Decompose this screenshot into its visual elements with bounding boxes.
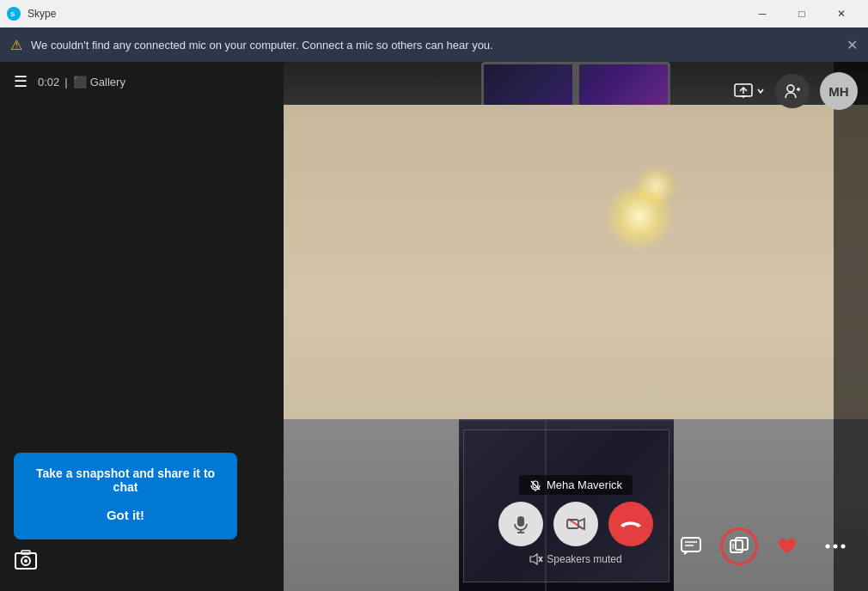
microphone-button[interactable]	[498, 502, 543, 546]
end-call-icon	[620, 518, 642, 530]
caller-name: Meha Maverick	[547, 478, 622, 491]
svg-point-10	[787, 85, 794, 92]
call-buttons	[498, 502, 653, 546]
mic-muted-icon	[529, 479, 541, 491]
camera-snapshot-icon	[14, 548, 38, 572]
warning-close-button[interactable]: ✕	[847, 37, 858, 53]
svg-marker-21	[530, 554, 537, 564]
svg-text:S: S	[10, 10, 15, 18]
title-bar: S Skype ─ □ ✕	[0, 0, 868, 27]
app-title: Skype	[28, 8, 56, 20]
speakers-muted: Speakers muted	[529, 553, 621, 565]
screen-share-icon	[734, 83, 753, 99]
gallery-icon: ⬛	[73, 76, 87, 88]
timer-value: 0:02	[38, 76, 59, 88]
video-off-icon	[566, 517, 585, 531]
svg-rect-24	[682, 538, 700, 551]
svg-point-5	[24, 559, 28, 563]
svg-rect-16	[517, 516, 524, 527]
more-options-button[interactable]	[816, 527, 854, 565]
caller-name-tag: Meha Maverick	[519, 475, 633, 495]
top-right-controls: MH	[734, 72, 858, 110]
add-person-icon	[784, 82, 801, 100]
timer-separator: |	[64, 76, 67, 88]
snapshot-tooltip-text: Take a snapshot and share it to chat	[28, 466, 223, 494]
svg-rect-27	[730, 540, 743, 552]
warning-bar: ⚠ We couldn't find any connected mic on …	[0, 27, 868, 62]
end-call-button[interactable]	[608, 502, 653, 546]
maximize-button[interactable]: □	[782, 0, 822, 27]
right-side-controls	[672, 527, 854, 565]
svg-point-30	[826, 545, 830, 549]
window-controls: ─ □ ✕	[743, 0, 861, 27]
snapshot-share-icon	[730, 537, 749, 556]
got-it-button[interactable]: Got it!	[28, 504, 223, 526]
menu-button[interactable]: ☰	[14, 72, 28, 91]
video-area: MH Meha Maverick	[284, 62, 868, 591]
chat-button[interactable]	[672, 527, 710, 565]
user-avatar-button[interactable]: MH	[820, 72, 858, 110]
call-timer: 0:02 | ⬛ Gallery	[38, 76, 125, 88]
svg-point-31	[834, 545, 838, 549]
microphone-icon	[511, 515, 530, 533]
speakers-muted-text: Speakers muted	[547, 553, 621, 565]
panel-header: ☰ 0:02 | ⬛ Gallery	[0, 62, 284, 101]
add-person-button[interactable]	[775, 74, 810, 108]
snapshot-button[interactable]	[14, 548, 38, 577]
svg-point-32	[841, 545, 846, 549]
chat-icon	[681, 537, 701, 556]
screen-share-button[interactable]	[734, 83, 765, 99]
gallery-label: Gallery	[90, 76, 125, 88]
left-panel: ☰ 0:02 | ⬛ Gallery Take a snapshot and s…	[0, 62, 284, 591]
call-controls: Meha Maverick	[498, 475, 653, 565]
minimize-button[interactable]: ─	[743, 0, 782, 27]
close-button[interactable]: ✕	[822, 0, 861, 27]
snapshot-icon-area	[14, 548, 38, 577]
dropdown-chevron-icon	[756, 87, 765, 95]
more-options-icon	[825, 543, 846, 550]
gallery-button[interactable]: ⬛ Gallery	[73, 76, 125, 88]
warning-message: We couldn't find any connected mic on yo…	[31, 39, 838, 52]
react-button[interactable]	[768, 527, 806, 565]
video-button[interactable]	[553, 502, 598, 546]
svg-rect-28	[736, 538, 748, 550]
title-bar-left: S Skype	[7, 7, 56, 21]
main-area: ☰ 0:02 | ⬛ Gallery Take a snapshot and s…	[0, 62, 868, 591]
warning-icon: ⚠	[10, 37, 22, 53]
heart-icon	[777, 537, 798, 556]
speakers-muted-icon	[529, 553, 543, 565]
snapshot-share-button[interactable]	[720, 527, 758, 565]
skype-icon: S	[7, 7, 21, 21]
snapshot-tooltip: Take a snapshot and share it to chat Got…	[14, 453, 237, 539]
